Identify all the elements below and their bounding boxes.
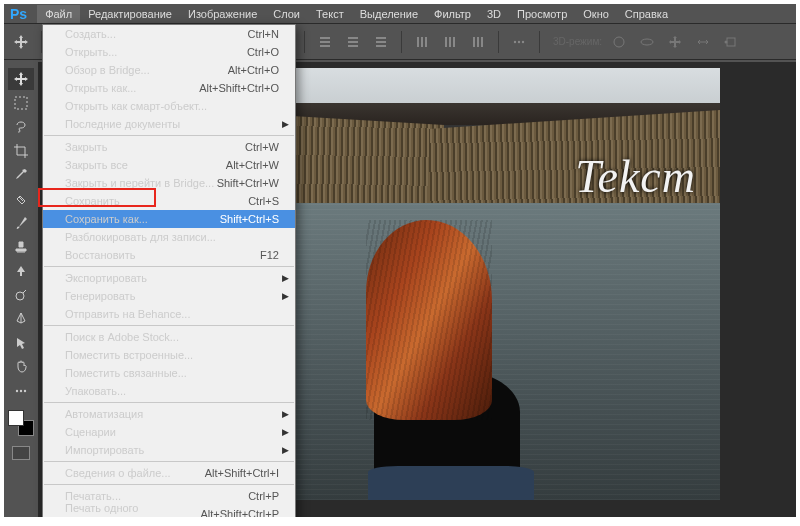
quickmask-toggle[interactable]	[12, 446, 30, 460]
distribute-bottom-icon[interactable]	[370, 31, 392, 53]
file-menu-item[interactable]: Поместить встроенные...	[43, 346, 295, 364]
file-menu-item[interactable]: Поместить связанные...	[43, 364, 295, 382]
foreground-color-swatch[interactable]	[8, 410, 24, 426]
file-menu-item[interactable]: Импортировать▶	[43, 441, 295, 459]
distribute-right-icon[interactable]	[467, 31, 489, 53]
menu-item-label: Отправить на Behance...	[65, 308, 190, 320]
distribute-left-icon[interactable]	[411, 31, 433, 53]
menu-item-label: Поместить встроенные...	[65, 349, 193, 361]
menu-item-label: Закрыть и перейти в Bridge...	[65, 177, 214, 189]
3d-slide-icon[interactable]	[692, 31, 714, 53]
menu-item-label: Открыть как...	[65, 82, 136, 94]
menu-item-label: Печатать...	[65, 490, 121, 502]
menu-separator	[44, 135, 294, 136]
svg-point-30	[20, 390, 22, 392]
svg-rect-18	[477, 37, 479, 47]
menu-item-label: Сохранить как...	[65, 213, 148, 225]
svg-rect-11	[417, 37, 419, 47]
more-tools-icon[interactable]	[8, 380, 34, 402]
app-window: Ps Файл Редактирование Изображение Слои …	[4, 4, 796, 517]
menu-item-label: Открыть как смарт-объект...	[65, 100, 207, 112]
file-menu-item[interactable]: Открыть...Ctrl+O	[43, 43, 295, 61]
hand-tool[interactable]	[8, 356, 34, 378]
move-tool[interactable]	[8, 68, 34, 90]
menu-view[interactable]: Просмотр	[509, 5, 575, 23]
svg-rect-10	[376, 45, 386, 47]
file-menu-item[interactable]: Создать...Ctrl+N	[43, 25, 295, 43]
menu-select[interactable]: Выделение	[352, 5, 426, 23]
3d-rotate-icon[interactable]	[636, 31, 658, 53]
menu-text[interactable]: Текст	[308, 5, 352, 23]
separator	[401, 31, 402, 53]
distribute-vcenter-icon[interactable]	[342, 31, 364, 53]
file-menu-item[interactable]: Последние документы▶	[43, 115, 295, 133]
tools-panel	[4, 62, 38, 517]
menu-item-label: Закрыть	[65, 141, 107, 153]
svg-point-28	[16, 292, 24, 300]
menu-item-shortcut: Ctrl+W	[245, 141, 279, 153]
menu-file[interactable]: Файл	[37, 5, 80, 23]
file-menu-item[interactable]: Поиск в Adobe Stock...	[43, 328, 295, 346]
text-layer[interactable]: Tekcm	[575, 150, 696, 203]
menu-layer[interactable]: Слои	[265, 5, 308, 23]
svg-point-26	[725, 40, 728, 43]
menu-item-label: Генерировать	[65, 290, 135, 302]
distribute-hcenter-icon[interactable]	[439, 31, 461, 53]
file-menu-item[interactable]: ЗакрытьCtrl+W	[43, 138, 295, 156]
move-tool-icon[interactable]	[10, 31, 32, 53]
submenu-arrow-icon: ▶	[282, 409, 289, 419]
menu-3d[interactable]: 3D	[479, 5, 509, 23]
file-menu-item[interactable]: Сохранить как...Shift+Ctrl+S	[43, 210, 295, 228]
marquee-tool[interactable]	[8, 92, 34, 114]
file-menu-item[interactable]: Обзор в Bridge...Alt+Ctrl+O	[43, 61, 295, 79]
3d-pan-icon[interactable]	[664, 31, 686, 53]
distribute-top-icon[interactable]	[314, 31, 336, 53]
file-menu-item[interactable]: Сведения о файле...Alt+Shift+Ctrl+I	[43, 464, 295, 482]
file-menu-item[interactable]: Открыть как...Alt+Shift+Ctrl+O	[43, 79, 295, 97]
file-menu-item[interactable]: Отправить на Behance...	[43, 305, 295, 323]
stamp-tool[interactable]	[8, 236, 34, 258]
path-select-tool[interactable]	[8, 332, 34, 354]
3d-scale-icon[interactable]	[720, 31, 742, 53]
gradient-tool[interactable]	[8, 260, 34, 282]
eyedropper-tool[interactable]	[8, 164, 34, 186]
file-menu-item[interactable]: Открыть как смарт-объект...	[43, 97, 295, 115]
menu-separator	[44, 325, 294, 326]
separator	[539, 31, 540, 53]
menu-filter[interactable]: Фильтр	[426, 5, 479, 23]
menu-window[interactable]: Окно	[575, 5, 617, 23]
scene-hair	[366, 220, 492, 420]
file-menu-item[interactable]: ВосстановитьF12	[43, 246, 295, 264]
lasso-tool[interactable]	[8, 116, 34, 138]
file-menu-item[interactable]: Экспортировать▶	[43, 269, 295, 287]
file-menu-item[interactable]: Печать одного экземпляраAlt+Shift+Ctrl+P	[43, 505, 295, 517]
file-menu-item[interactable]: Сценарии▶	[43, 423, 295, 441]
more-options-icon[interactable]	[508, 31, 530, 53]
healing-tool[interactable]	[8, 188, 34, 210]
svg-rect-13	[425, 37, 427, 47]
menu-item-label: Печать одного экземпляра	[65, 502, 200, 517]
file-menu-item[interactable]: Закрыть всеAlt+Ctrl+W	[43, 156, 295, 174]
menu-item-label: Разблокировать для записи...	[65, 231, 216, 243]
color-swatches[interactable]	[8, 410, 34, 436]
svg-rect-7	[348, 45, 358, 47]
menu-item-label: Открыть...	[65, 46, 117, 58]
pen-tool[interactable]	[8, 308, 34, 330]
dodge-tool[interactable]	[8, 284, 34, 306]
menu-item-shortcut: Shift+Ctrl+W	[217, 177, 279, 189]
file-menu-item[interactable]: Закрыть и перейти в Bridge...Shift+Ctrl+…	[43, 174, 295, 192]
svg-rect-17	[473, 37, 475, 47]
scene-jeans	[368, 466, 534, 500]
file-menu-item: Разблокировать для записи...	[43, 228, 295, 246]
menu-item-shortcut: Alt+Shift+Ctrl+P	[200, 508, 279, 517]
menu-help[interactable]: Справка	[617, 5, 676, 23]
menu-edit[interactable]: Редактирование	[80, 5, 180, 23]
menu-image[interactable]: Изображение	[180, 5, 265, 23]
file-menu-item[interactable]: Автоматизация▶	[43, 405, 295, 423]
file-menu-item[interactable]: СохранитьCtrl+S	[43, 192, 295, 210]
menu-item-label: Сценарии	[65, 426, 116, 438]
file-menu-item[interactable]: Генерировать▶	[43, 287, 295, 305]
3d-orbit-icon[interactable]	[608, 31, 630, 53]
brush-tool[interactable]	[8, 212, 34, 234]
crop-tool[interactable]	[8, 140, 34, 162]
